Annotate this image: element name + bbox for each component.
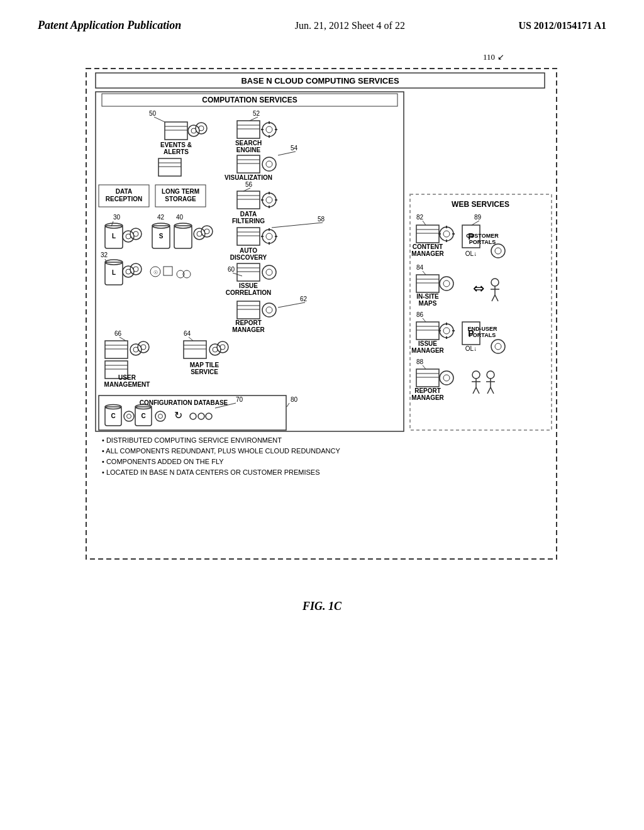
svg-rect-91: [164, 267, 172, 275]
svg-text:S: S: [159, 233, 164, 240]
svg-text:CONTENT: CONTENT: [413, 243, 443, 250]
svg-point-219: [443, 328, 450, 334]
svg-point-247: [487, 371, 494, 379]
svg-point-24: [188, 125, 199, 136]
svg-line-214: [423, 318, 426, 322]
svg-point-203: [440, 277, 453, 290]
svg-point-144: [209, 344, 221, 355]
svg-point-11: [262, 123, 276, 136]
svg-point-197: [495, 248, 501, 254]
svg-text:AUTO: AUTO: [240, 247, 257, 254]
svg-point-218: [440, 324, 453, 338]
svg-point-133: [141, 345, 146, 350]
svg-text:80: 80: [291, 396, 298, 403]
svg-text:MAP TILE: MAP TILE: [190, 362, 219, 368]
svg-line-169: [287, 403, 289, 407]
svg-point-232: [495, 343, 501, 350]
svg-point-146: [217, 341, 228, 353]
publication-type: Patent Application Publication: [38, 19, 181, 32]
svg-point-122: [266, 307, 272, 313]
svg-point-99: [262, 230, 276, 243]
svg-line-234: [423, 365, 426, 369]
svg-line-140: [189, 337, 193, 341]
svg-text:ALERTS: ALERTS: [164, 148, 189, 155]
svg-line-117: [278, 302, 305, 307]
svg-line-34: [278, 152, 296, 155]
svg-text:MANAGEMENT: MANAGEMENT: [104, 381, 150, 388]
svg-line-245: [473, 387, 476, 394]
svg-text:64: 64: [184, 330, 191, 337]
svg-text:C: C: [141, 412, 145, 419]
svg-rect-96: [237, 228, 260, 245]
svg-point-67: [130, 228, 142, 240]
svg-point-12: [266, 126, 272, 133]
svg-text:82: 82: [416, 214, 424, 221]
svg-text:SEARCH: SEARCH: [235, 140, 262, 147]
svg-point-39: [266, 161, 272, 167]
svg-text:C: C: [111, 412, 115, 419]
svg-point-231: [491, 340, 505, 353]
svg-line-126: [119, 337, 126, 341]
svg-text:62: 62: [300, 296, 308, 302]
svg-text:30: 30: [113, 214, 121, 221]
diagram-wrapper: 110 ↙ BASE N CLOUD COMPUTING SERVICES CO…: [83, 51, 561, 613]
svg-text:• COMPONENTS ADDED ON THE FLY: • COMPONENTS ADDED ON THE FLY: [102, 458, 224, 465]
svg-line-251: [491, 387, 494, 394]
svg-point-161: [158, 414, 163, 419]
svg-line-211: [492, 295, 495, 301]
svg-point-130: [130, 344, 142, 355]
svg-text:56: 56: [245, 181, 253, 188]
svg-rect-127: [105, 341, 128, 358]
svg-point-165: [206, 413, 212, 419]
publication-number: US 2012/0154171 A1: [518, 20, 606, 31]
svg-point-160: [155, 411, 165, 421]
svg-point-100: [266, 233, 272, 240]
svg-point-156: [127, 414, 131, 419]
svg-point-65: [123, 231, 134, 242]
svg-text:ISSUE: ISSUE: [418, 340, 437, 347]
svg-text:USER: USER: [118, 374, 136, 381]
diagram-container: 110 ↙ BASE N CLOUD COMPUTING SERVICES CO…: [0, 38, 644, 626]
svg-line-246: [476, 387, 479, 394]
svg-text:COMPUTATION SERVICES: COMPUTATION SERVICES: [202, 96, 297, 104]
svg-text:REPORT: REPORT: [414, 387, 441, 394]
svg-text:OL↓: OL↓: [465, 250, 477, 257]
svg-point-121: [262, 303, 276, 317]
svg-point-76: [194, 228, 205, 240]
svg-text:☉: ☉: [153, 270, 158, 275]
svg-text:• DISTRIBUTED COMPUTING SERVIC: • DISTRIBUTED COMPUTING SERVICE ENVIRONM…: [102, 436, 282, 444]
svg-text:60: 60: [228, 266, 235, 273]
svg-point-242: [472, 371, 480, 379]
main-diagram-svg: BASE N CLOUD COMPUTING SERVICES COMPUTAT…: [83, 65, 561, 581]
svg-rect-118: [237, 301, 260, 319]
svg-text:• ALL COMPONENTS REDUNDANT, PL: • ALL COMPONENTS REDUNDANT, PLUS WHOLE C…: [102, 447, 340, 455]
svg-rect-200: [416, 275, 439, 292]
svg-text:32: 32: [101, 252, 108, 258]
svg-point-52: [262, 193, 276, 207]
page-header: Patent Application Publication Jun. 21, …: [0, 0, 644, 38]
svg-text:MANAGER: MANAGER: [411, 250, 444, 257]
svg-text:ISSUE: ISSUE: [239, 282, 258, 289]
svg-text:SERVICE: SERVICE: [191, 368, 218, 375]
svg-rect-35: [237, 155, 260, 173]
svg-line-190: [472, 221, 479, 225]
svg-text:42: 42: [157, 214, 165, 221]
svg-point-196: [491, 244, 505, 258]
publication-date-sheet: Jun. 21, 2012 Sheet 4 of 22: [295, 20, 405, 31]
svg-point-155: [124, 411, 134, 421]
svg-text:STORAGE: STORAGE: [165, 196, 196, 202]
svg-point-204: [443, 280, 450, 287]
svg-rect-109: [237, 263, 260, 281]
svg-point-164: [198, 413, 204, 419]
figure-caption: FIG. 1C: [83, 600, 561, 613]
svg-point-147: [220, 345, 225, 350]
svg-point-163: [190, 413, 196, 419]
svg-point-85: [123, 266, 134, 277]
svg-text:58: 58: [318, 216, 325, 223]
ref-110: 110: [483, 52, 495, 62]
svg-text:PORTALS: PORTALS: [469, 239, 496, 245]
svg-text:END-USER: END-USER: [467, 326, 497, 332]
svg-text:CORRELATION: CORRELATION: [226, 289, 272, 296]
svg-point-79: [204, 229, 209, 234]
svg-text:IN-SITE: IN-SITE: [416, 293, 439, 300]
